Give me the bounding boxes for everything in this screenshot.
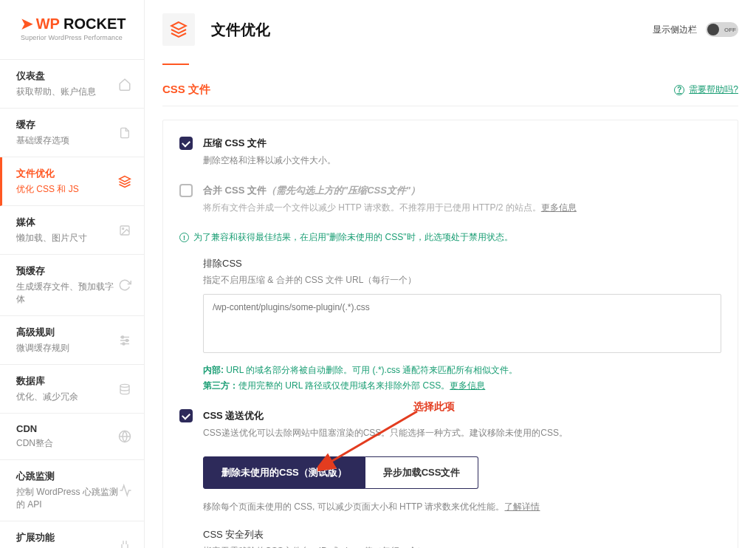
notice-disabled: ! 为了兼容和获得最佳结果，在启用"删除未使用的 CSS"时，此选项处于禁用状态… — [179, 231, 721, 244]
nav-sub: 微调缓存规则 — [16, 342, 69, 355]
merge-css-label: 合并 CSS 文件（需先勾选上方的"压缩CSS文件"） — [203, 184, 721, 197]
nav-sub: 懒加载、图片尺寸 — [16, 232, 87, 244]
nav-title: 高级规则 — [16, 326, 69, 339]
show-sidebar-label: 显示侧边栏 — [653, 24, 697, 36]
nav-media[interactable]: 媒体懒加载、图片尺寸 — [0, 206, 144, 255]
exclude-more-link[interactable]: 更多信息 — [450, 380, 485, 391]
nav-dashboard[interactable]: 仪表盘获取帮助、账户信息 — [0, 60, 144, 109]
compress-css-checkbox[interactable] — [179, 137, 193, 150]
globe-icon — [117, 429, 132, 444]
logo-tagline: Superior WordPress Performance — [21, 34, 132, 41]
remove-unused-desc-text: 移除每个页面未使用的 CSS, 可以减少页面大小和 HTTP 请求数来优化性能。 — [203, 501, 504, 512]
nav-file-optimize[interactable]: 文件优化优化 CSS 和 JS — [0, 157, 144, 206]
home-icon — [117, 77, 132, 92]
svg-point-8 — [123, 343, 125, 345]
logo-wp-caret: ➤ — [21, 16, 33, 32]
nav-sub: 获取帮助、账户信息 — [16, 86, 96, 98]
image-icon — [117, 223, 132, 238]
help-link[interactable]: ?需要帮助吗? — [674, 83, 738, 96]
async-load-css-button[interactable]: 异步加载CSS文件 — [365, 456, 479, 489]
help-link-text: 需要帮助吗? — [689, 83, 738, 96]
option-compress-css: 压缩 CSS 文件 删除空格和注释以减小文件大小。 — [179, 137, 721, 168]
nav-advanced-rules[interactable]: 高级规则微调缓存规则 — [0, 316, 144, 365]
nav-cdn[interactable]: CDNCDN整合 — [0, 414, 144, 460]
css-card: 压缩 CSS 文件 删除空格和注释以减小文件大小。 合并 CSS 文件（需先勾选… — [162, 120, 738, 548]
svg-marker-0 — [120, 176, 131, 182]
nav-sub: 优化、减少冗余 — [16, 391, 78, 403]
nav-sub: 基础缓存选项 — [16, 134, 69, 147]
merge-css-desc-text: 将所有文件合并成一个文件以减少 HTTP 请求数。不推荐用于已使用 HTTP/2… — [203, 202, 541, 213]
css-safelist-desc: 指定无需移除的CSS文件名、ID 或 class 值（每行一个）。 — [203, 545, 721, 548]
merge-css-checkbox — [179, 184, 193, 197]
compress-css-desc: 删除空格和注释以减小文件大小。 — [203, 154, 721, 168]
sliders-icon — [117, 333, 132, 348]
svg-point-7 — [126, 339, 128, 341]
option-css-delivery: CSS 递送优化 CSS递送优化可以去除网站中阻塞渲染的CSS。只能选择一种方式… — [179, 409, 721, 440]
note-inner-bold: 内部: — [203, 365, 224, 375]
database-icon — [117, 382, 132, 397]
nav-title: 扩展功能 — [16, 531, 69, 544]
page-header: 文件优化 显示侧边栏 OFF — [145, 0, 756, 64]
svg-point-2 — [123, 227, 124, 229]
nav-extensions[interactable]: 扩展功能提供更多设置 — [0, 521, 144, 548]
layers-icon — [117, 174, 132, 189]
nav-title: 文件优化 — [16, 167, 79, 180]
question-icon: ? — [674, 85, 684, 95]
merge-css-more-link[interactable]: 更多信息 — [541, 202, 577, 213]
toggle-state: OFF — [724, 27, 736, 33]
nav-title: 心跳监测 — [16, 470, 119, 483]
svg-point-9 — [120, 384, 129, 387]
merge-css-desc: 将所有文件合并成一个文件以减少 HTTP 请求数。不推荐用于已使用 HTTP/2… — [203, 201, 721, 215]
nav-title: 缓存 — [16, 118, 69, 131]
exclude-css-textarea[interactable] — [203, 294, 721, 353]
nav-database[interactable]: 数据库优化、减少冗余 — [0, 365, 144, 414]
main: 文件优化 显示侧边栏 OFF CSS 文件 ?需要帮助吗? 压缩 CSS 文件 … — [145, 0, 756, 548]
page-title: 文件优化 — [211, 20, 270, 40]
section-title: CSS 文件 — [162, 83, 210, 97]
logo-rocket: ROCKET — [59, 16, 126, 32]
note-third: 使用完整的 URL 路径或仅使用域名来排除外部 CSS。 — [238, 380, 450, 391]
css-delivery-desc: CSS递送优化可以去除网站中阻塞渲染的CSS。只能选择一种方式。建议移除未使用的… — [203, 426, 721, 440]
option-merge-css: 合并 CSS 文件（需先勾选上方的"压缩CSS文件"） 将所有文件合并成一个文件… — [179, 184, 721, 215]
logo-wp: WP — [36, 16, 60, 32]
nav-title: 媒体 — [16, 216, 87, 229]
nav-sub: 控制 WordPress 心跳监测的 API — [16, 486, 119, 511]
remove-unused-css-button[interactable]: 删除未使用的CSS（测试版） — [203, 456, 365, 489]
css-delivery-checkbox[interactable] — [179, 409, 193, 422]
css-delivery-label: CSS 递送优化 — [203, 409, 721, 422]
heartbeat-icon — [119, 483, 132, 498]
nav-sub: 生成缓存文件、预加载字体 — [16, 281, 118, 306]
notice-text: 为了兼容和获得最佳结果，在启用"删除未使用的 CSS"时，此选项处于禁用状态。 — [193, 231, 513, 244]
note-third-bold: 第三方： — [203, 380, 238, 391]
file-icon — [117, 126, 132, 140]
exclude-css-note: 内部: URL 的域名部分将被自动删除。可用 (.*).css 通配符来匹配所有… — [203, 363, 721, 393]
header-layers-icon — [162, 13, 195, 46]
svg-marker-14 — [171, 22, 186, 30]
info-icon: ! — [179, 233, 189, 242]
css-delivery-buttons: 删除未使用的CSS（测试版） 异步加载CSS文件 — [203, 456, 721, 489]
refresh-icon — [118, 278, 132, 292]
nav-title: 数据库 — [16, 374, 78, 388]
nav-title: 预缓存 — [16, 264, 118, 278]
merge-css-hint: （需先勾选上方的"压缩CSS文件"） — [267, 185, 420, 196]
svg-point-6 — [122, 336, 124, 338]
nav: 仪表盘获取帮助、账户信息 缓存基础缓存选项 文件优化优化 CSS 和 JS 媒体… — [0, 60, 144, 548]
nav-cache[interactable]: 缓存基础缓存选项 — [0, 109, 144, 157]
exclude-css-title: 排除CSS — [203, 257, 721, 270]
nav-title: 仪表盘 — [16, 69, 96, 83]
show-sidebar-toggle[interactable]: OFF — [706, 22, 738, 37]
logo: ➤ WP ROCKET Superior WordPress Performan… — [0, 0, 144, 60]
exclude-css-desc: 指定不启用压缩 & 合并的 CSS 文件 URL（每行一个） — [203, 274, 721, 287]
nav-sub: CDN整合 — [16, 437, 53, 450]
compress-css-label: 压缩 CSS 文件 — [203, 137, 721, 150]
merge-css-label-text: 合并 CSS 文件 — [203, 185, 267, 196]
nav-precache[interactable]: 预缓存生成缓存文件、预加载字体 — [0, 255, 144, 316]
remove-unused-desc: 移除每个页面未使用的 CSS, 可以减少页面大小和 HTTP 请求数来优化性能。… — [203, 499, 721, 514]
section-header: CSS 文件 ?需要帮助吗? — [162, 83, 738, 106]
remove-unused-more-link[interactable]: 了解详情 — [504, 501, 540, 512]
note-inner: URL 的域名部分将被自动删除。可用 (.*).css 通配符来匹配所有相似文件… — [224, 365, 518, 375]
sidebar: ➤ WP ROCKET Superior WordPress Performan… — [0, 0, 145, 548]
plug-icon — [117, 538, 132, 549]
nav-heartbeat[interactable]: 心跳监测控制 WordPress 心跳监测的 API — [0, 460, 144, 521]
nav-sub: 优化 CSS 和 JS — [16, 183, 79, 196]
